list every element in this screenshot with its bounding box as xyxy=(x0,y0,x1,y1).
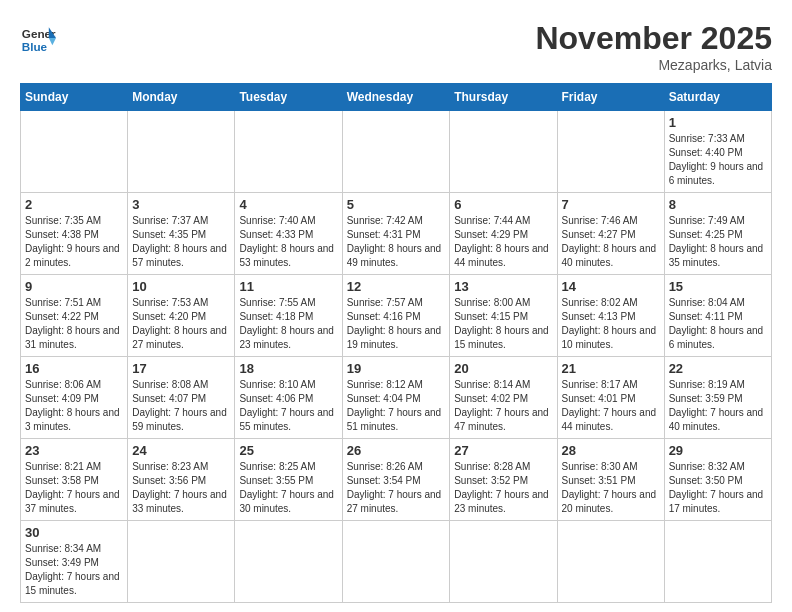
empty-cell xyxy=(342,521,450,603)
day-22: 22 Sunrise: 8:19 AMSunset: 3:59 PMDaylig… xyxy=(664,357,771,439)
day-1: 1 Sunrise: 7:33 AM Sunset: 4:40 PM Dayli… xyxy=(664,111,771,193)
day-2: 2 Sunrise: 7:35 AMSunset: 4:38 PMDayligh… xyxy=(21,193,128,275)
day-9: 9 Sunrise: 7:51 AMSunset: 4:22 PMDayligh… xyxy=(21,275,128,357)
empty-cell xyxy=(664,521,771,603)
title-block: November 2025 Mezaparks, Latvia xyxy=(535,20,772,73)
calendar-row-3: 9 Sunrise: 7:51 AMSunset: 4:22 PMDayligh… xyxy=(21,275,772,357)
day-24: 24 Sunrise: 8:23 AMSunset: 3:56 PMDaylig… xyxy=(128,439,235,521)
empty-cell xyxy=(557,521,664,603)
logo-icon: General Blue xyxy=(20,20,56,56)
day-16: 16 Sunrise: 8:06 AMSunset: 4:09 PMDaylig… xyxy=(21,357,128,439)
header-monday: Monday xyxy=(128,84,235,111)
day-28: 28 Sunrise: 8:30 AMSunset: 3:51 PMDaylig… xyxy=(557,439,664,521)
calendar-row-4: 16 Sunrise: 8:06 AMSunset: 4:09 PMDaylig… xyxy=(21,357,772,439)
svg-marker-3 xyxy=(49,38,56,45)
empty-cell xyxy=(450,521,557,603)
day-21: 21 Sunrise: 8:17 AMSunset: 4:01 PMDaylig… xyxy=(557,357,664,439)
empty-cell xyxy=(128,111,235,193)
day-6: 6 Sunrise: 7:44 AMSunset: 4:29 PMDayligh… xyxy=(450,193,557,275)
day-14: 14 Sunrise: 8:02 AMSunset: 4:13 PMDaylig… xyxy=(557,275,664,357)
empty-cell xyxy=(557,111,664,193)
page-header: General Blue November 2025 Mezaparks, La… xyxy=(20,20,772,73)
day-29: 29 Sunrise: 8:32 AMSunset: 3:50 PMDaylig… xyxy=(664,439,771,521)
day-11: 11 Sunrise: 7:55 AMSunset: 4:18 PMDaylig… xyxy=(235,275,342,357)
day-15: 15 Sunrise: 8:04 AMSunset: 4:11 PMDaylig… xyxy=(664,275,771,357)
day-3: 3 Sunrise: 7:37 AMSunset: 4:35 PMDayligh… xyxy=(128,193,235,275)
header-tuesday: Tuesday xyxy=(235,84,342,111)
day-23: 23 Sunrise: 8:21 AMSunset: 3:58 PMDaylig… xyxy=(21,439,128,521)
weekday-header-row: Sunday Monday Tuesday Wednesday Thursday… xyxy=(21,84,772,111)
empty-cell xyxy=(21,111,128,193)
calendar-row-1: 1 Sunrise: 7:33 AM Sunset: 4:40 PM Dayli… xyxy=(21,111,772,193)
day-20: 20 Sunrise: 8:14 AMSunset: 4:02 PMDaylig… xyxy=(450,357,557,439)
day-27: 27 Sunrise: 8:28 AMSunset: 3:52 PMDaylig… xyxy=(450,439,557,521)
day-8: 8 Sunrise: 7:49 AMSunset: 4:25 PMDayligh… xyxy=(664,193,771,275)
calendar-row-2: 2 Sunrise: 7:35 AMSunset: 4:38 PMDayligh… xyxy=(21,193,772,275)
day-5: 5 Sunrise: 7:42 AMSunset: 4:31 PMDayligh… xyxy=(342,193,450,275)
day-12: 12 Sunrise: 7:57 AMSunset: 4:16 PMDaylig… xyxy=(342,275,450,357)
day-30: 30 Sunrise: 8:34 AMSunset: 3:49 PMDaylig… xyxy=(21,521,128,603)
day-19: 19 Sunrise: 8:12 AMSunset: 4:04 PMDaylig… xyxy=(342,357,450,439)
day-26: 26 Sunrise: 8:26 AMSunset: 3:54 PMDaylig… xyxy=(342,439,450,521)
calendar-table: Sunday Monday Tuesday Wednesday Thursday… xyxy=(20,83,772,603)
month-title: November 2025 xyxy=(535,20,772,57)
location-title: Mezaparks, Latvia xyxy=(535,57,772,73)
empty-cell xyxy=(450,111,557,193)
day-18: 18 Sunrise: 8:10 AMSunset: 4:06 PMDaylig… xyxy=(235,357,342,439)
logo: General Blue xyxy=(20,20,56,56)
empty-cell xyxy=(342,111,450,193)
header-sunday: Sunday xyxy=(21,84,128,111)
day-4: 4 Sunrise: 7:40 AMSunset: 4:33 PMDayligh… xyxy=(235,193,342,275)
header-thursday: Thursday xyxy=(450,84,557,111)
day-10: 10 Sunrise: 7:53 AMSunset: 4:20 PMDaylig… xyxy=(128,275,235,357)
day-17: 17 Sunrise: 8:08 AMSunset: 4:07 PMDaylig… xyxy=(128,357,235,439)
header-friday: Friday xyxy=(557,84,664,111)
header-wednesday: Wednesday xyxy=(342,84,450,111)
header-saturday: Saturday xyxy=(664,84,771,111)
empty-cell xyxy=(128,521,235,603)
calendar-row-5: 23 Sunrise: 8:21 AMSunset: 3:58 PMDaylig… xyxy=(21,439,772,521)
day-7: 7 Sunrise: 7:46 AMSunset: 4:27 PMDayligh… xyxy=(557,193,664,275)
day-13: 13 Sunrise: 8:00 AMSunset: 4:15 PMDaylig… xyxy=(450,275,557,357)
calendar-row-6: 30 Sunrise: 8:34 AMSunset: 3:49 PMDaylig… xyxy=(21,521,772,603)
empty-cell xyxy=(235,521,342,603)
empty-cell xyxy=(235,111,342,193)
svg-text:Blue: Blue xyxy=(22,40,48,53)
day-25: 25 Sunrise: 8:25 AMSunset: 3:55 PMDaylig… xyxy=(235,439,342,521)
